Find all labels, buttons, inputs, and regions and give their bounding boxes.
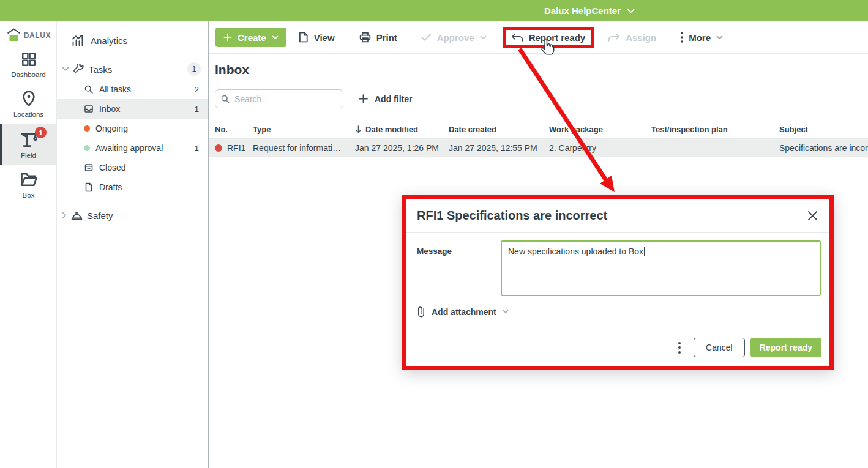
sidebar-item-inbox[interactable]: Inbox 1 [57,99,208,119]
rail-item-label: Locations [13,111,43,118]
more-button[interactable]: More [681,32,723,43]
rail-item-dashboard[interactable]: Dashboard [0,45,57,84]
printer-icon [359,32,371,43]
task-type-cell: Request for informati… [253,143,355,153]
top-app-bar: Dalux HelpCenter [0,0,868,21]
cancel-button[interactable]: Cancel [694,338,745,357]
col-subject[interactable]: Subject [779,121,868,138]
task-date-modified-cell: Jan 27 2025, 1:26 PM [355,143,449,153]
search-input[interactable] [215,89,343,108]
sidebar-item-all-tasks[interactable]: All tasks 2 [57,80,208,99]
sidebar-item-label: Ongoing [95,124,128,133]
sidebar-item-label: Awaiting approval [95,143,163,153]
sidebar-item-label: Tasks [89,64,112,75]
col-work-package[interactable]: Work package [549,121,651,138]
dialog-title: RFI1 Specifications are incorrect [417,209,607,223]
message-textarea[interactable]: New specifications uploaded to Box [501,240,821,296]
dalux-logo: DALUX [0,28,56,43]
sidebar-item-label: Inbox [99,104,120,114]
field-badge: 1 [35,127,47,138]
chevron-down-icon [480,35,487,40]
page-title: Inbox [215,62,868,77]
dialog-more-options-icon[interactable] [676,340,683,356]
add-filter-button[interactable]: Add filter [359,94,412,104]
project-switcher[interactable]: Dalux HelpCenter [544,0,635,21]
chevron-down-icon [272,35,279,40]
sidebar-item-ongoing[interactable]: Ongoing [57,119,208,138]
filter-row: Add filter [215,89,868,108]
archive-box-icon [84,163,94,173]
sidebar-item-awaiting-approval[interactable]: Awaiting approval 1 [57,138,208,158]
create-button[interactable]: Create [215,28,286,47]
search-icon [84,84,94,94]
sidebar-item-drafts[interactable]: Drafts [57,177,208,197]
document-icon [84,182,94,192]
col-test-plan[interactable]: Test/inspection plan [651,121,779,138]
dialog-body: Message New specifications uploaded to B… [406,233,829,329]
task-subject-cell: Specifications are incorrect [779,143,868,153]
sidebar-item-analytics[interactable]: Analytics [57,29,208,51]
chevron-down-icon [62,67,69,72]
project-title: Dalux HelpCenter [544,6,621,16]
search-box [215,89,343,108]
rail-item-label: Field [21,152,36,159]
sidebar-item-closed[interactable]: Closed [57,158,208,177]
sidebar-item-tasks[interactable]: Tasks 1 [57,59,208,80]
item-count: 1 [195,105,199,114]
item-count: 2 [195,85,199,94]
sidebar-item-label: Drafts [99,182,122,192]
toolbar: Create View Print Approve R [209,21,868,54]
inbox-icon [84,104,94,114]
forward-right-arrow-icon [608,33,620,42]
task-no-cell: RFI1 [209,143,253,153]
rail-item-field[interactable]: 1 Field [0,124,57,165]
check-icon [421,33,432,42]
sidebar-item-safety[interactable]: Safety [57,204,208,226]
paperclip-icon [417,306,425,318]
plus-icon [223,33,232,42]
print-button[interactable]: Print [359,32,397,43]
hard-hat-icon [71,210,83,221]
tasks-sidebar: Analytics Tasks 1 All tasks 2 Inbox 1 On… [57,21,208,468]
message-label: Message [417,247,452,256]
task-date-created-cell: Jan 27 2025, 12:55 PM [449,143,549,153]
reply-left-arrow-icon [511,33,523,42]
chevron-right-icon [62,212,67,219]
close-icon[interactable] [806,209,819,222]
task-work-package-cell: 2. Carpentry [549,143,651,153]
dialog-header: RFI1 Specifications are incorrect [406,199,829,233]
app-rail: DALUX Dashboard Locations 1 Field Box [0,21,57,468]
text-caret [644,247,645,256]
rail-item-label: Box [23,191,35,199]
rail-item-box[interactable]: Box [0,165,57,204]
sidebar-item-label: Closed [99,163,126,173]
rail-item-locations[interactable]: Locations [0,84,57,124]
approve-button[interactable]: Approve [421,32,487,43]
report-ready-submit-button[interactable]: Report ready [750,338,821,357]
col-date-created[interactable]: Date created [449,121,549,138]
location-pin-icon [20,90,37,107]
sort-desc-icon [355,125,362,133]
assign-button[interactable]: Assign [608,32,656,43]
item-count: 1 [195,144,199,153]
awaiting-status-dot [84,145,90,151]
analytics-chart-icon [72,34,84,46]
wrench-icon [73,64,84,75]
report-ready-button[interactable]: Report ready [511,32,586,43]
dialog-footer: Cancel Report ready [406,329,829,366]
search-icon [220,94,230,104]
ongoing-status-dot [84,125,90,132]
add-attachment-button[interactable]: Add attachment [417,306,509,318]
annotation-highlight-box: Report ready [503,27,595,48]
dalux-house-icon [6,28,22,43]
table-row[interactable]: RFI1 Request for informati… Jan 27 2025,… [209,138,868,157]
rail-item-label: Dashboard [11,71,45,78]
col-no[interactable]: No. [209,121,253,138]
table-header: No. Type Date modified Date created Work… [209,121,868,138]
panel-resize-handle[interactable] [208,21,209,468]
col-date-modified[interactable]: Date modified [355,121,449,138]
sidebar-item-label: Analytics [91,35,127,46]
chevron-down-icon [716,35,723,40]
view-button[interactable]: View [298,32,335,43]
col-type[interactable]: Type [253,121,355,138]
